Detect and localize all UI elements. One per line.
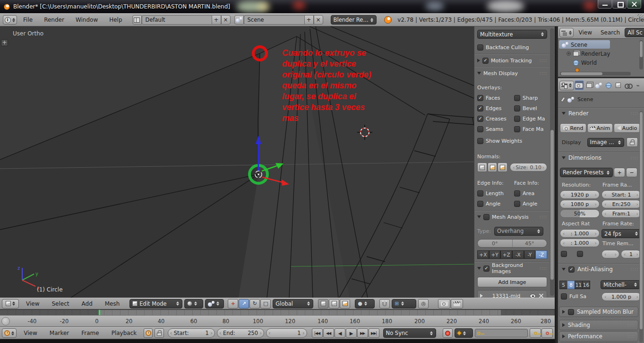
background-images-header[interactable]: Background Images: [477, 264, 547, 273]
expand-arrow-icon[interactable]: [477, 215, 481, 218]
panel-grip-icon[interactable]: [631, 267, 638, 272]
lock-time-button[interactable]: [155, 328, 163, 338]
fps-dropdown[interactable]: 24 fps: [601, 229, 641, 238]
resolution-x-field[interactable]: 1920 p: [560, 190, 600, 199]
bevel-row[interactable]: Bevel: [514, 104, 552, 112]
shading-mode-dropdown[interactable]: Multitexture: [477, 30, 547, 39]
aa-samples-16-button[interactable]: 16: [582, 281, 590, 289]
preset-add-button[interactable]: +: [614, 168, 625, 177]
shading-panel[interactable]: Shading: [559, 320, 638, 330]
vertex-normals-button[interactable]: [477, 163, 487, 172]
render-still-button[interactable]: Rend: [560, 123, 586, 133]
current-frame-field[interactable]: 1: [266, 328, 307, 338]
mesh-display-header[interactable]: Mesh Display: [477, 69, 547, 77]
jump-to-start-button[interactable]: |◀◀: [312, 328, 323, 338]
expand-arrow-icon[interactable]: [562, 112, 566, 115]
panel-grip-icon[interactable]: [631, 155, 638, 160]
panel-grip-icon[interactable]: [540, 214, 547, 219]
toolshelf-expand-button[interactable]: +: [1, 39, 8, 46]
show-weights-checkbox[interactable]: [477, 138, 483, 144]
aspect-y-field[interactable]: : 1.000: [560, 239, 600, 247]
snap-toggle-button[interactable]: [379, 299, 390, 309]
panel-grip-icon[interactable]: [631, 111, 638, 116]
outliner-vscrollbar[interactable]: [639, 40, 643, 69]
minimize-button[interactable]: [598, 0, 612, 9]
menu-marker[interactable]: Marker: [44, 330, 74, 336]
length-checkbox[interactable]: [477, 190, 483, 197]
tab-render[interactable]: [575, 80, 584, 90]
snap-element-dropdown[interactable]: ⊞: [392, 299, 416, 309]
edge-angle-checkbox[interactable]: [477, 201, 483, 207]
tab-world[interactable]: [604, 80, 613, 90]
play-button[interactable]: ▶: [346, 328, 357, 338]
tab-modifiers[interactable]: ⌁: [633, 80, 643, 90]
face-angle-row[interactable]: Angle: [514, 199, 552, 208]
axis-minus-x-button[interactable]: -X: [512, 250, 524, 259]
performance-panel[interactable]: Performance: [559, 331, 638, 342]
menu-search[interactable]: Search: [597, 29, 624, 36]
scene-icon-button[interactable]: [234, 15, 244, 25]
tab-render-layers[interactable]: [584, 80, 594, 90]
play-reverse-button[interactable]: ◀: [335, 328, 345, 338]
creases-row[interactable]: Creases: [477, 114, 511, 123]
edge-angle-row[interactable]: Angle: [477, 199, 511, 208]
timeline-ruler[interactable]: -40 -20 0 20 40 60 80 100 120 140 160 18…: [0, 315, 555, 327]
menu-file[interactable]: File: [18, 17, 38, 23]
delete-keyframe-button[interactable]: [541, 328, 553, 338]
seams-row[interactable]: Seams: [477, 125, 511, 133]
face-mark-row[interactable]: Face Ma: [514, 125, 552, 133]
scene-field[interactable]: Scene: [244, 15, 304, 25]
menu-view[interactable]: View: [21, 300, 44, 307]
full-sample-checkbox[interactable]: [561, 293, 567, 300]
aspect-x-field[interactable]: : 1.000: [560, 229, 600, 238]
frame-start-field[interactable]: Start:1: [168, 328, 215, 338]
editor-type-button[interactable]: [2, 299, 19, 309]
frame-end-field[interactable]: En:250: [601, 200, 641, 208]
aa-samples-11-button[interactable]: 11: [575, 281, 583, 289]
current-frame-marker[interactable]: [99, 310, 100, 315]
sync-dropdown[interactable]: No Sync: [383, 328, 436, 338]
mesh-analysis-header[interactable]: Mesh Analysis: [477, 213, 547, 221]
properties-scrollbar[interactable]: [639, 111, 643, 343]
occlude-geometry-dropdown[interactable]: ●: [355, 299, 375, 309]
editor-type-button[interactable]: [2, 328, 17, 338]
aa-filter-size-field[interactable]: 1.000 p: [601, 292, 641, 301]
auto-keyframe-button[interactable]: [443, 328, 453, 338]
next-keyframe-button[interactable]: ▶▶: [357, 328, 368, 338]
opengl-render-anim-button[interactable]: [451, 299, 463, 309]
collapse-arrow-icon[interactable]: [562, 334, 565, 338]
outliner-item-renderlayers[interactable]: +RenderLay: [567, 50, 610, 58]
menu-window[interactable]: Window: [70, 17, 103, 23]
angle-max-field[interactable]: 45°: [513, 240, 547, 247]
full-sample-row[interactable]: Full Sa: [561, 293, 586, 300]
orientation-dropdown[interactable]: Global: [273, 299, 313, 309]
expand-plus-icon[interactable]: +: [567, 51, 571, 56]
outliner-item-world[interactable]: World: [573, 59, 597, 67]
panel-grip-icon[interactable]: [540, 58, 547, 63]
pin-icon[interactable]: [560, 97, 565, 103]
remove-image-icon[interactable]: [538, 293, 544, 298]
normals-size-slider[interactable]: Size:0.10: [510, 163, 547, 172]
outliner-item-scene[interactable]: Scene: [562, 41, 587, 49]
area-checkbox[interactable]: [514, 190, 520, 197]
dimensions-panel-header[interactable]: Dimensions: [562, 154, 638, 161]
screen-layout-field[interactable]: Default: [142, 15, 212, 25]
tab-object[interactable]: [614, 80, 623, 90]
mode-dropdown[interactable]: Edit Mode: [129, 299, 182, 309]
expand-arrow-icon[interactable]: [562, 268, 566, 271]
expand-arrow-icon[interactable]: [477, 267, 481, 270]
show-weights-row[interactable]: Show Weights: [477, 137, 547, 145]
tab-scene[interactable]: [594, 80, 603, 90]
collapse-arrow-icon[interactable]: [562, 323, 565, 327]
backface-checkbox[interactable]: [477, 44, 483, 51]
expand-arrow-icon[interactable]: [477, 72, 481, 75]
viewport-3d[interactable]: z y x User Ortho + (1) Circle Cuando lo …: [0, 26, 555, 298]
length-row[interactable]: Length: [477, 189, 511, 197]
menu-view[interactable]: View: [575, 29, 595, 36]
render-animation-button[interactable]: Anim: [587, 123, 613, 133]
manipulator-toggle-button[interactable]: +: [228, 299, 238, 309]
display-filter-dropdown[interactable]: All Sc: [625, 28, 644, 37]
menu-help[interactable]: Help: [104, 17, 127, 23]
display-lock-button[interactable]: [627, 137, 638, 147]
panel-grip-icon[interactable]: [627, 323, 635, 327]
